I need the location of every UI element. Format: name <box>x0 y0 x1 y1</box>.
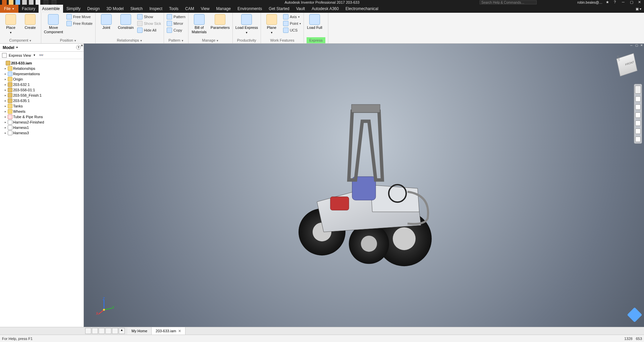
close-icon[interactable]: ✕ <box>638 0 643 5</box>
free-rotate-button[interactable]: Free Rotate <box>66 21 93 26</box>
tab-environments[interactable]: Environments <box>234 5 265 13</box>
tree-node[interactable]: ▸203-558_Finish:1 <box>1 93 82 98</box>
tree-node[interactable]: ▸Wheels <box>1 109 82 114</box>
binoculars-icon[interactable]: 👓 <box>39 53 44 57</box>
view-cube[interactable] <box>616 53 638 77</box>
tab-manage[interactable]: Manage <box>213 5 234 13</box>
minimize-icon[interactable]: ─ <box>622 0 627 5</box>
browser-up-icon[interactable]: ▲ <box>119 328 125 334</box>
panel-title-relationships[interactable]: Relationships <box>117 38 143 42</box>
tab-sketch[interactable]: Sketch <box>127 5 146 13</box>
tree-node[interactable]: ▸203-635:1 <box>1 98 82 103</box>
browser-layout-icon[interactable] <box>112 328 118 334</box>
tab-tools[interactable]: Tools <box>166 5 182 13</box>
tab-design[interactable]: Design <box>84 5 103 13</box>
mirror-button[interactable]: Mirror <box>167 21 185 26</box>
doc-max-icon[interactable]: ▢ <box>635 44 639 47</box>
axis-button[interactable]: Axis ▾ <box>283 14 301 19</box>
graphics-canvas[interactable]: ─ ▢ ✕ <box>84 44 644 327</box>
zoom-icon[interactable] <box>635 104 641 110</box>
tab-inspect[interactable]: Inspect <box>146 5 166 13</box>
tree-root[interactable]: ▸203-633.iam <box>1 60 82 66</box>
tree-node[interactable]: ▸Harness1 <box>1 125 82 130</box>
load-full-button[interactable]: Load Full <box>307 14 323 30</box>
tree-node[interactable]: ▸Harness3 <box>1 130 82 136</box>
ribbon-expand-icon[interactable]: ▣ ▾ <box>636 7 641 11</box>
browser-layout-icon[interactable] <box>105 328 111 334</box>
constrain-button[interactable]: Constrain <box>118 14 134 30</box>
tab-close-icon[interactable]: ✕ <box>178 329 181 333</box>
qat-home-icon[interactable] <box>36 0 40 5</box>
joint-button[interactable]: Joint <box>98 14 114 30</box>
maximize-icon[interactable]: ▢ <box>630 0 635 5</box>
tab-factory[interactable]: Factory <box>18 5 39 13</box>
tree-node[interactable]: ▸Representations <box>1 71 82 77</box>
browser-layout-icon[interactable] <box>85 328 91 334</box>
qat-redo-icon[interactable] <box>29 0 34 5</box>
look-at-icon[interactable] <box>635 120 641 126</box>
show-sick-button[interactable]: Show Sick <box>137 21 161 26</box>
tab-my-home[interactable]: My Home <box>127 327 152 335</box>
filter-icon[interactable] <box>2 53 7 58</box>
tree-node[interactable]: ▸Origin <box>1 77 82 82</box>
appearance-dropdown[interactable] <box>52 0 56 5</box>
parameters-button[interactable]: Parameters <box>211 14 230 30</box>
tab-3d-model[interactable]: 3D Model <box>103 5 127 13</box>
copy-button[interactable]: Copy <box>167 28 185 33</box>
tab-view[interactable]: View <box>198 5 213 13</box>
browser-header[interactable]: Model ? <box>0 44 84 52</box>
panel-title-manage[interactable]: Manage <box>202 38 219 42</box>
tab-simplify[interactable]: Simplify <box>63 5 84 13</box>
doc-close-icon[interactable]: ✕ <box>640 44 644 47</box>
show-button[interactable]: Show <box>137 14 161 19</box>
move-component-button[interactable]: Move Component <box>44 14 63 34</box>
doc-min-icon[interactable]: ─ <box>630 44 634 47</box>
qat-app-icon[interactable] <box>2 0 7 5</box>
tree-node[interactable]: ▸203-632:1 <box>1 82 82 87</box>
tree-node[interactable]: ▸Harness2-Finished <box>1 119 82 125</box>
free-move-button[interactable]: Free Move <box>66 14 93 19</box>
steering-wheel-icon[interactable] <box>635 86 641 94</box>
tab-electromechanical[interactable]: Electromechanical <box>342 5 382 13</box>
panel-title-pattern[interactable]: Pattern <box>168 38 184 42</box>
qat-open-icon[interactable] <box>9 0 13 5</box>
help-icon[interactable]: ? <box>614 0 619 5</box>
plane-button[interactable]: Plane <box>264 14 280 35</box>
search-help-input[interactable]: Search Help & Commands… <box>480 0 537 4</box>
browser-layout-icon[interactable] <box>99 328 105 334</box>
fullscreen-icon[interactable] <box>635 137 641 142</box>
orbit-icon[interactable] <box>635 112 641 118</box>
panel-title-position[interactable]: Position <box>60 38 76 42</box>
tab-cam[interactable]: CAM <box>182 5 198 13</box>
tab-vault[interactable]: Vault <box>293 5 308 13</box>
qat-save-icon[interactable] <box>15 0 20 5</box>
browser-layout-icon[interactable] <box>92 328 98 334</box>
bom-button[interactable]: Bill of Materials <box>191 14 207 34</box>
home-view-icon[interactable] <box>635 129 641 134</box>
tab-assemble[interactable]: Assemble <box>39 5 63 13</box>
tree-node[interactable]: ▸203-558-01:1 <box>1 87 82 93</box>
tree-node[interactable]: ▸Relationships <box>1 66 82 71</box>
create-button[interactable]: Create <box>22 14 38 30</box>
hide-all-button[interactable]: Hide All <box>137 28 161 33</box>
tab-active-document[interactable]: 203-633.iam✕ <box>152 327 185 335</box>
qat-undo-icon[interactable] <box>22 0 27 5</box>
place-button[interactable]: Place <box>3 14 19 35</box>
tree-node[interactable]: ▸Tube & Pipe Runs <box>1 114 82 119</box>
sign-in-label[interactable]: robin.beales@… <box>577 1 602 4</box>
panel-title-component[interactable]: Component <box>9 38 32 42</box>
view-selector[interactable]: Express View <box>9 53 31 57</box>
file-tab[interactable]: File <box>0 5 18 13</box>
ucs-button[interactable]: UCS <box>283 28 301 33</box>
tab-a360[interactable]: Autodesk A360 <box>308 5 342 13</box>
a360-share-icon[interactable] <box>627 307 642 322</box>
tree-node[interactable]: ▸Tanks <box>1 103 82 109</box>
browser-help-icon[interactable]: ? <box>76 45 81 50</box>
pan-icon[interactable] <box>635 96 641 102</box>
material-dropdown[interactable] <box>44 0 48 5</box>
load-express-button[interactable]: Load Express <box>235 14 258 35</box>
pattern-button[interactable]: Pattern <box>167 14 185 19</box>
favorite-icon[interactable]: ★ <box>606 0 610 5</box>
point-button[interactable]: Point ▾ <box>283 21 301 26</box>
tab-get-started[interactable]: Get Started <box>265 5 292 13</box>
